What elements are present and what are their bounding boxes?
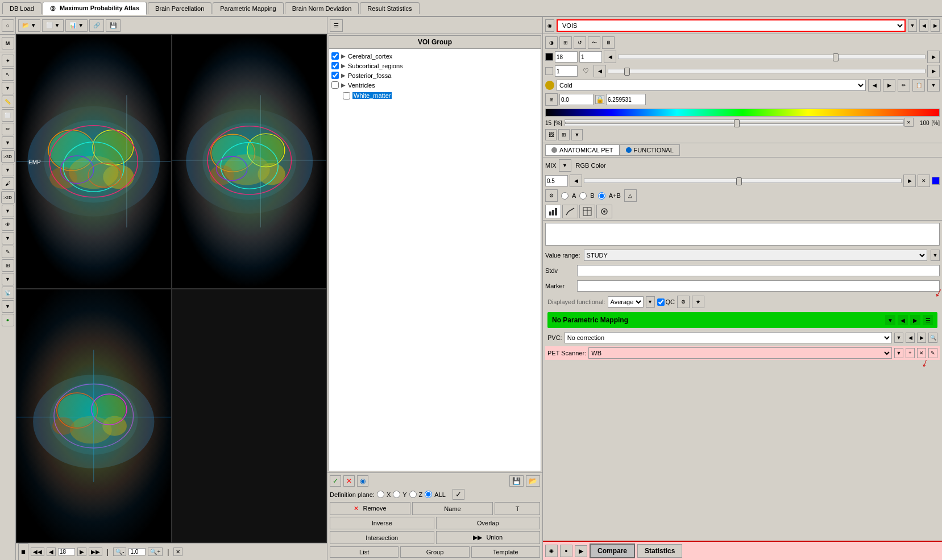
remove-btn[interactable]: ✕ Remove — [330, 502, 410, 515]
qc-star-btn[interactable]: ★ — [692, 296, 704, 308]
slider1-val2[interactable] — [579, 51, 602, 63]
inverse-btn[interactable]: Inverse — [330, 517, 434, 529]
mix-value-input[interactable] — [545, 175, 568, 186]
statistics-btn[interactable]: Statistics — [637, 544, 682, 558]
vtb-m-btn[interactable]: M — [2, 37, 14, 49]
small-icon2[interactable]: ⊞ — [558, 129, 570, 140]
bb-next1-btn[interactable]: ▶ — [77, 547, 86, 556]
marker-input[interactable] — [577, 280, 940, 292]
slider1-right[interactable]: ▶ — [927, 51, 940, 63]
pet-select[interactable]: WB — [588, 347, 892, 359]
voi-item-cerebral[interactable]: ▶ Cerebral_cortex — [331, 51, 538, 61]
slider2-right[interactable]: ▶ — [927, 65, 940, 77]
tab-db-load[interactable]: DB Load — [2, 2, 42, 14]
vtb-down7-btn[interactable]: ▼ — [2, 300, 14, 313]
stdv-input[interactable] — [577, 265, 940, 276]
voi-item-white-matter[interactable]: White_matter — [331, 90, 538, 101]
range-thumb[interactable] — [734, 119, 740, 127]
functional-select[interactable]: Average — [608, 296, 644, 308]
bb-zoom-in[interactable]: 🔍+ — [148, 547, 163, 556]
voi-check-ventricles[interactable] — [331, 81, 339, 89]
frame-input[interactable] — [58, 548, 75, 555]
voi-arrow-posterior[interactable]: ▶ — [341, 72, 346, 78]
list-tab-btn[interactable]: List — [330, 546, 399, 558]
color-min-input[interactable] — [559, 94, 594, 105]
slider1-track[interactable] — [618, 55, 926, 59]
small-icon3[interactable]: ▼ — [571, 129, 583, 140]
vr-dropdown[interactable]: ▼ — [931, 250, 940, 261]
vtb-down5-btn[interactable]: ▼ — [2, 232, 14, 244]
mix-right[interactable]: ▶ — [903, 175, 916, 187]
vtb-pencil-btn[interactable]: ✏ — [2, 123, 14, 135]
intersection-btn[interactable]: Intersection — [330, 531, 434, 544]
save-btn[interactable]: 💾 — [106, 19, 121, 32]
voi-item-subcortical[interactable]: ▶ Subcortical_regions — [331, 61, 538, 70]
small-icon1[interactable]: 🖼 — [545, 129, 557, 140]
qc-settings-btn[interactable]: ⚙ — [677, 296, 690, 308]
tab-brain-norm[interactable]: Brain Norm Deviation — [285, 2, 359, 14]
vtb-eraser-btn[interactable]: ⬜ — [2, 109, 14, 122]
template-tab-btn[interactable]: Template — [471, 546, 540, 558]
vtb-down3-btn[interactable]: ▼ — [2, 164, 14, 176]
voi-cancel-btn[interactable]: ✕ — [343, 475, 355, 487]
range-track[interactable]: ✕ — [565, 119, 904, 126]
range-x-btn[interactable]: ✕ — [904, 118, 914, 127]
monitor-btn[interactable]: 🖥 — [602, 36, 615, 49]
vtb-down4-btn[interactable]: ▼ — [2, 205, 14, 217]
voi-list-icon[interactable]: ☰ — [330, 19, 343, 32]
slider2-thumb[interactable] — [624, 68, 630, 76]
colormap-right[interactable]: ▶ — [883, 79, 895, 92]
name-btn[interactable]: Name — [412, 502, 493, 515]
param-left-btn[interactable]: ◀ — [898, 315, 908, 325]
zoom-input[interactable] — [128, 548, 146, 555]
plane-y[interactable] — [393, 491, 400, 498]
param-menu-btn[interactable]: ☰ — [923, 315, 933, 325]
brain-view-br[interactable] — [172, 289, 327, 544]
value-range-select[interactable]: STUDY — [584, 250, 927, 261]
anat-pet-tab[interactable]: ANATOMICAL PET — [545, 144, 620, 156]
bb-zoom-out[interactable]: 🔍- — [113, 547, 126, 556]
vtb-down2-btn[interactable]: ▼ — [2, 136, 14, 149]
view-btn[interactable]: ⬜ ▼ — [42, 19, 64, 32]
radio-ab[interactable] — [598, 192, 605, 200]
overlap-btn[interactable]: Overlap — [436, 517, 541, 529]
vtb-star-btn[interactable]: ✦ — [2, 55, 14, 67]
chart-tab-settings[interactable] — [596, 205, 612, 218]
voi-folder-btn[interactable]: 📂 — [526, 475, 540, 487]
pvc-dropdown[interactable]: ▼ — [894, 333, 903, 343]
plane-x[interactable] — [377, 491, 384, 498]
vois-right-arrow1[interactable]: ◀ — [919, 19, 928, 32]
link-btn[interactable]: 🔗 — [89, 19, 104, 32]
slider2-left[interactable]: ◀ — [594, 65, 606, 77]
color-max-input[interactable] — [606, 94, 646, 105]
wave-btn[interactable]: 〜 — [588, 36, 600, 49]
group-tab-btn[interactable]: Group — [400, 546, 469, 558]
brain-view-tr[interactable] — [172, 34, 327, 289]
bb-prev-btn[interactable]: ◀◀ — [31, 547, 44, 556]
vtb-cursor-btn[interactable]: ↖ — [2, 68, 14, 81]
ab-extra-btn[interactable]: △ — [624, 189, 637, 202]
tab-brain-parcellation[interactable]: Brain Parcellation — [148, 2, 211, 14]
vtb-wifi-btn[interactable]: 📡 — [2, 287, 14, 299]
colormap-edit2[interactable]: 📋 — [912, 79, 925, 92]
compare-play-btn[interactable]: ▶ — [575, 545, 587, 557]
grid-btn[interactable]: ⊞ — [559, 36, 572, 49]
slider1-left[interactable]: ◀ — [604, 51, 616, 63]
slider1-val[interactable] — [555, 51, 578, 63]
voi-check-white-matter[interactable] — [343, 92, 350, 99]
vtb-down6-btn[interactable]: ▼ — [2, 273, 14, 285]
colormap-down[interactable]: ▼ — [927, 79, 940, 92]
vois-right-arrow2[interactable]: ▶ — [931, 19, 940, 32]
vtb-circle-btn[interactable]: ○ — [2, 19, 14, 32]
bb-stop-btn[interactable]: ⏹ — [18, 544, 28, 561]
voi-confirm-btn[interactable]: ✓ — [330, 475, 341, 487]
ab-settings-btn[interactable]: ⚙ — [545, 189, 558, 202]
pvc-select[interactable]: No correction — [565, 332, 892, 343]
radio-b[interactable] — [579, 192, 587, 200]
chart-tab-line[interactable] — [562, 205, 578, 218]
colormap-left[interactable]: ◀ — [868, 79, 881, 92]
radio-a[interactable] — [561, 192, 568, 200]
slider2-track[interactable] — [608, 69, 926, 73]
vtb-3d-btn[interactable]: >3D — [1, 150, 15, 163]
slider2-val[interactable] — [555, 65, 578, 77]
